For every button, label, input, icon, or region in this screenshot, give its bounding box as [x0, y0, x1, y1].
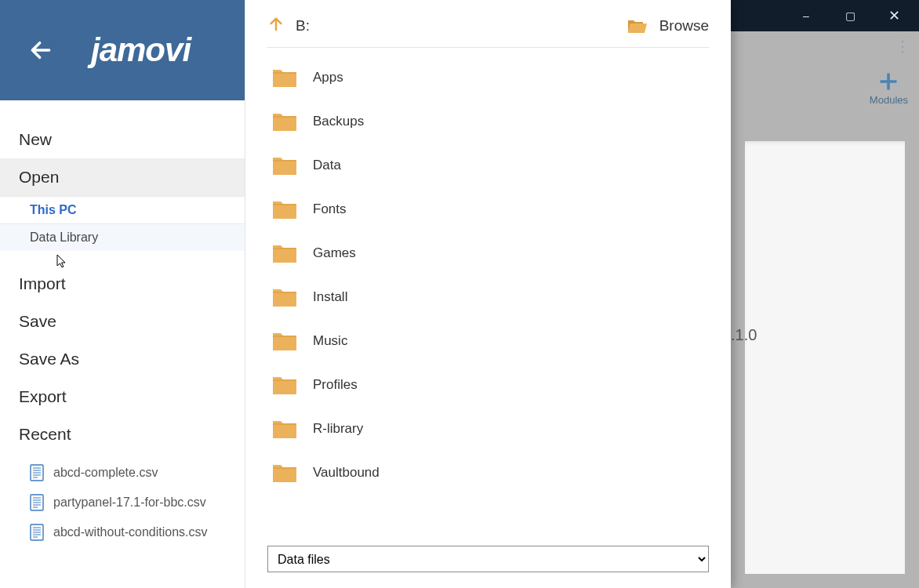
- folder-label: Profiles: [313, 377, 358, 393]
- folder-label: Vaultbound: [313, 465, 380, 481]
- app-background: ⋮ Modules .1.0: [731, 31, 919, 588]
- menu-item-save[interactable]: Save: [0, 303, 245, 340]
- more-menu-icon[interactable]: ⋮: [895, 38, 910, 55]
- folder-icon: [271, 242, 299, 264]
- file-type-filter-row: Data files: [267, 538, 709, 572]
- plus-module-icon: [877, 71, 899, 93]
- file-browser-panel: B: Browse Apps Backups: [245, 0, 731, 588]
- menu-item-save-as[interactable]: Save As: [0, 340, 245, 378]
- browse-control[interactable]: Browse: [627, 17, 709, 34]
- modules-label: Modules: [870, 94, 908, 106]
- folder-label: Install: [313, 289, 347, 305]
- file-icon: [30, 494, 44, 511]
- recent-file-item[interactable]: abcd-complete.csv: [30, 458, 245, 488]
- folder-icon: [271, 286, 299, 308]
- folder-label: R-library: [313, 421, 363, 437]
- folder-item[interactable]: Data: [267, 143, 709, 187]
- folder-icon: [271, 330, 299, 352]
- current-path-label: B:: [296, 17, 310, 34]
- window-close-button[interactable]: ✕: [881, 0, 906, 31]
- recent-file-label: partypanel-17.1-for-bbc.csv: [53, 495, 206, 510]
- folder-item[interactable]: Backups: [267, 100, 709, 143]
- arrow-left-icon: [28, 34, 53, 66]
- folder-icon: [271, 462, 299, 484]
- parent-directory-button[interactable]: [267, 16, 285, 36]
- version-text-fragment: .1.0: [731, 326, 757, 344]
- folder-item[interactable]: Music: [267, 319, 709, 363]
- folder-item[interactable]: Fonts: [267, 187, 709, 231]
- browse-label: Browse: [659, 17, 709, 34]
- recent-file-label: abcd-without-conditions.csv: [53, 525, 208, 539]
- app-logo: jamovi: [91, 31, 191, 69]
- folder-item[interactable]: Profiles: [267, 363, 709, 407]
- arrow-up-icon: [267, 16, 285, 33]
- folder-icon: [271, 111, 299, 132]
- folder-item[interactable]: Apps: [267, 56, 709, 100]
- folder-label: Games: [313, 245, 356, 261]
- file-icon: [30, 524, 44, 541]
- folder-icon: [271, 418, 299, 440]
- folder-label: Apps: [313, 70, 343, 85]
- folder-open-icon: [627, 17, 648, 34]
- folder-icon: [271, 374, 299, 396]
- folder-label: Music: [313, 333, 347, 349]
- file-menu-header: jamovi: [0, 0, 245, 100]
- menu-item-export[interactable]: Export: [0, 378, 245, 416]
- folder-label: Data: [313, 158, 341, 173]
- app-content-panel: [745, 141, 905, 574]
- menu-item-new[interactable]: New: [0, 121, 245, 158]
- folder-label: Backups: [313, 114, 364, 129]
- folder-icon: [271, 67, 299, 89]
- open-sub-this-pc[interactable]: This PC: [0, 196, 245, 223]
- back-button[interactable]: [28, 38, 53, 63]
- folder-list: Apps Backups Data Fonts: [267, 48, 709, 538]
- recent-file-label: abcd-complete.csv: [53, 466, 158, 480]
- folder-icon: [271, 154, 299, 176]
- folder-item[interactable]: Games: [267, 231, 709, 275]
- folder-icon: [271, 198, 299, 220]
- window-minimize-button[interactable]: –: [794, 0, 819, 31]
- file-menu-list: New Open This PC Data Library Import Sav…: [0, 100, 245, 588]
- file-menu-panel: jamovi New Open This PC Data Library Imp…: [0, 0, 245, 588]
- file-browser-header: B: Browse: [267, 16, 709, 48]
- folder-item[interactable]: Vaultbound: [267, 451, 709, 495]
- folder-item[interactable]: R-library: [267, 407, 709, 451]
- modules-button[interactable]: Modules: [870, 71, 908, 106]
- recent-files-list: abcd-complete.csv partypanel-17.1-for-bb…: [0, 453, 245, 547]
- menu-item-open[interactable]: Open: [0, 158, 245, 196]
- folder-label: Fonts: [313, 201, 347, 217]
- recent-file-item[interactable]: abcd-without-conditions.csv: [30, 517, 245, 547]
- menu-item-import[interactable]: Import: [0, 265, 245, 303]
- recent-file-item[interactable]: partypanel-17.1-for-bbc.csv: [30, 488, 245, 517]
- file-type-filter[interactable]: Data files: [267, 546, 709, 572]
- file-icon: [30, 464, 44, 481]
- folder-item[interactable]: Install: [267, 275, 709, 319]
- file-open-overlay: jamovi New Open This PC Data Library Imp…: [0, 0, 731, 588]
- menu-item-recent: Recent: [0, 416, 245, 453]
- window-maximize-button[interactable]: ▢: [837, 0, 863, 31]
- open-sub-data-library[interactable]: Data Library: [0, 223, 245, 251]
- window-titlebar: – ▢ ✕: [731, 0, 919, 31]
- path-controls: B:: [267, 16, 310, 36]
